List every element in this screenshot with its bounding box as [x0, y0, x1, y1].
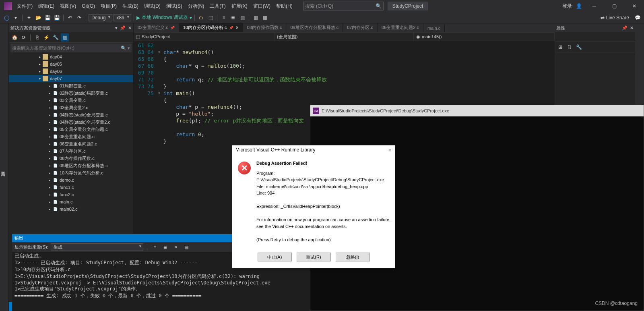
- nav-scope[interactable]: (全局范围): [275, 33, 414, 41]
- close-icon[interactable]: ✕: [235, 25, 239, 30]
- pin-icon[interactable]: 📌: [229, 26, 233, 30]
- editor-tab[interactable]: 07内存分区.c: [343, 23, 378, 32]
- tool-icon[interactable]: ▦: [252, 14, 260, 22]
- folder-item[interactable]: ▸day06: [9, 68, 133, 75]
- editor-tab[interactable]: 08内存操作函数.c: [243, 23, 287, 32]
- toolbox-tab[interactable]: 工具箱: [0, 23, 9, 311]
- file-item[interactable]: ▸📄02静态(static)局部变量.c: [9, 89, 133, 97]
- user-icon[interactable]: 👤: [576, 3, 582, 9]
- sort-icon[interactable]: ⇅: [566, 43, 574, 51]
- tool-icon[interactable]: ▤: [182, 243, 190, 251]
- menu-item[interactable]: 文件(F): [14, 1, 35, 11]
- redo-icon[interactable]: ↷: [75, 14, 83, 22]
- file-item[interactable]: ▸📄func2.c: [9, 191, 133, 198]
- tool-icon[interactable]: ▤: [238, 14, 246, 22]
- abort-button[interactable]: 中止(A): [258, 253, 292, 261]
- menu-item[interactable]: 分析(N): [186, 1, 207, 11]
- search-input[interactable]: 搜索 (Ctrl+Q) 🔍: [303, 2, 384, 10]
- menu-item[interactable]: 工具(T): [207, 1, 228, 11]
- wrench-icon[interactable]: 🔧: [575, 43, 583, 51]
- folder-item[interactable]: ▸day05: [9, 60, 133, 68]
- retry-button[interactable]: 重试(R): [297, 253, 331, 261]
- open-icon[interactable]: 📂: [34, 14, 42, 22]
- file-item[interactable]: ▸📄07内存分区.c: [9, 147, 133, 155]
- file-item[interactable]: ▸📄09堆区内存分配和释放.c: [9, 162, 133, 169]
- project-name[interactable]: StudyCProject: [388, 2, 428, 10]
- refresh-icon[interactable]: ⟳: [20, 33, 28, 41]
- close-icon[interactable]: ✕: [630, 25, 634, 31]
- file-item[interactable]: ▸📄05全局变量分文件问题.c: [9, 126, 133, 133]
- pin-icon[interactable]: 📌: [120, 25, 126, 31]
- back-icon[interactable]: ◯: [2, 14, 10, 22]
- menu-item[interactable]: 生成(B): [120, 1, 141, 11]
- tool-icon[interactable]: ≡: [151, 243, 159, 251]
- close-icon[interactable]: ×: [388, 147, 392, 154]
- file-item[interactable]: ▸📄04静态(static)全局变量.c: [9, 111, 133, 118]
- tool-icon[interactable]: ≡: [220, 14, 228, 22]
- pin-icon[interactable]: 📌: [170, 26, 175, 30]
- home-icon[interactable]: 🏠: [10, 33, 19, 41]
- search-icon[interactable]: 🔍: [376, 3, 382, 9]
- new-icon[interactable]: ✦: [25, 14, 33, 22]
- tool-icon[interactable]: ⬚: [206, 14, 215, 22]
- file-item[interactable]: ▸📄08内存操作函数.c: [9, 155, 133, 162]
- file-item[interactable]: ▸📄01局部变量.c: [9, 82, 133, 89]
- editor-tab[interactable]: main.c: [423, 24, 445, 32]
- menu-item[interactable]: 窗口(W): [251, 1, 273, 11]
- file-item[interactable]: ▸📄main02.c: [9, 205, 133, 213]
- tool-icon[interactable]: ▥: [61, 33, 69, 41]
- editor-tab[interactable]: 02变量的定义.c 📌: [134, 23, 179, 32]
- cat-icon[interactable]: ⊞: [556, 43, 564, 51]
- pin-icon[interactable]: 📌: [622, 25, 627, 31]
- menu-item[interactable]: 项目(P): [98, 1, 119, 11]
- tool-icon[interactable]: ⚡: [42, 33, 50, 41]
- saveall-icon[interactable]: 💾: [53, 14, 61, 22]
- platform-select[interactable]: x86: [114, 14, 131, 21]
- live-share[interactable]: ⇌ Live Share: [601, 15, 629, 21]
- feedback-icon[interactable]: 💬: [634, 14, 642, 22]
- config-select[interactable]: Debug: [89, 14, 112, 21]
- minimize-icon[interactable]: ─: [586, 0, 602, 12]
- menu-item[interactable]: 帮助(H): [274, 1, 295, 11]
- file-item[interactable]: ▸📄06变量重名问题2.c: [9, 140, 133, 147]
- save-icon[interactable]: 💾: [43, 14, 52, 22]
- tool-icon[interactable]: ≣: [161, 243, 169, 251]
- file-item[interactable]: ▸📄10内存分区代码分析.c: [9, 169, 133, 176]
- file-item[interactable]: ▸📄03全局变量.c: [9, 97, 133, 104]
- menu-item[interactable]: Git(G): [79, 2, 97, 10]
- file-item[interactable]: ▸📄04静态(static)全局变量2.c: [9, 118, 133, 126]
- file-item[interactable]: ▸📄main.c: [9, 198, 133, 205]
- tool-icon[interactable]: 🗀: [197, 14, 205, 22]
- editor-tab[interactable]: 09堆区内存分配和释放.c: [286, 23, 343, 32]
- ignore-button[interactable]: 忽略(I): [336, 253, 370, 261]
- tool-icon[interactable]: ≣: [229, 14, 237, 22]
- tool-icon[interactable]: ⎘: [33, 33, 41, 41]
- source-select[interactable]: 生成: [51, 243, 143, 251]
- maximize-icon[interactable]: ▢: [606, 0, 622, 12]
- explorer-search[interactable]: 搜索解决方案资源管理器(Ctrl+;) 🔍 ▾: [10, 44, 132, 52]
- file-item[interactable]: ▸📄func1.c: [9, 184, 133, 191]
- file-item[interactable]: ▸📄03全局变量2.c: [9, 104, 133, 111]
- tool-icon[interactable]: ✕: [172, 243, 180, 251]
- menu-item[interactable]: 编辑(E): [36, 1, 57, 11]
- menu-item[interactable]: 扩展(X): [229, 1, 250, 11]
- file-item[interactable]: ▸📄demo.c: [9, 176, 133, 184]
- run-button[interactable]: ▶ 本地 Windows 调试器 ▾: [136, 14, 192, 21]
- tool-icon[interactable]: ▦: [261, 14, 269, 22]
- nav-project[interactable]: ⬚ StudyCProject: [134, 33, 275, 41]
- dropdown-icon[interactable]: ▾: [115, 25, 118, 31]
- folder-item[interactable]: ▾day07: [9, 75, 133, 82]
- editor-tab[interactable]: 06变量重名问题2.c: [378, 23, 423, 32]
- file-item[interactable]: ▸📄06变量重名问题.c: [9, 133, 133, 140]
- login-link[interactable]: 登录: [562, 3, 572, 10]
- tool-icon[interactable]: 🔧: [52, 33, 60, 41]
- fwd-icon[interactable]: ▾: [12, 14, 20, 22]
- editor-tab[interactable]: 10内存分区代码分析.c 📌 ✕: [179, 23, 243, 32]
- close-icon[interactable]: ✕: [626, 0, 642, 12]
- menu-item[interactable]: 测试(S): [164, 1, 185, 11]
- menu-item[interactable]: 调试(D): [142, 1, 163, 11]
- menu-item[interactable]: 视图(V): [58, 1, 78, 11]
- folder-item[interactable]: ▸day04: [9, 53, 133, 60]
- nav-func[interactable]: ◉ main145(): [414, 33, 555, 41]
- close-icon[interactable]: ✕: [128, 25, 132, 31]
